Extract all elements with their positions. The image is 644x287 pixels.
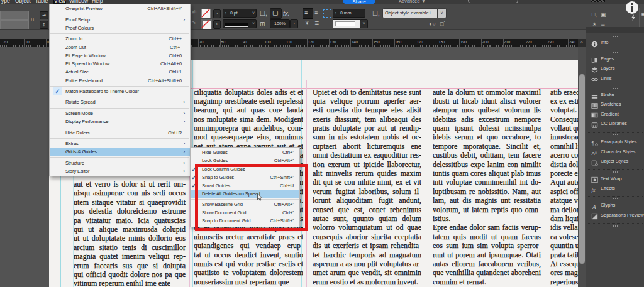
svg-text:¶: ¶ — [592, 140, 594, 146]
svg-text:fx: fx — [591, 187, 595, 193]
svg-text:A: A — [595, 151, 597, 154]
svg-text:A: A — [592, 203, 596, 210]
